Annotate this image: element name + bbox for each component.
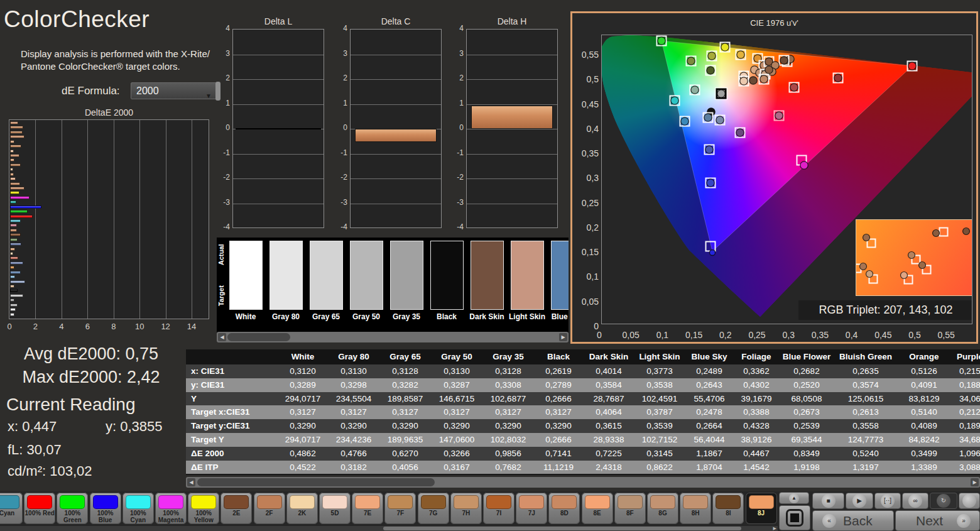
axis-tick-label: 1 — [451, 99, 464, 107]
patch-tab-2e[interactable]: 2E — [220, 493, 252, 524]
table-cell: Black — [534, 349, 583, 364]
patch-tab-label: 7I — [484, 510, 514, 517]
table-cell: 294,0717 — [278, 433, 328, 447]
swatch-scrollbar-thumb[interactable] — [227, 333, 290, 341]
tab-scrollbar-thumb[interactable] — [383, 527, 741, 530]
cie-zoom-inset — [856, 219, 972, 296]
axis-tick-label: -3 — [451, 198, 464, 207]
cie-plot: RGB Triplet: 207, 143, 102 — [601, 35, 972, 324]
patch-tab-7i[interactable]: 7I — [483, 493, 514, 524]
axis-tick-label: 4 — [335, 24, 347, 33]
patch-tab-100-blue[interactable]: 100% Blue — [90, 493, 121, 524]
patch-tab-5d[interactable]: 5D — [319, 493, 351, 524]
axis-tick-label: 0,55 — [932, 330, 960, 340]
axis-tick-label: -3 — [217, 198, 230, 207]
patch-tab-cyan[interactable]: Cyan — [0, 493, 23, 524]
record-button[interactable] — [959, 493, 980, 509]
table-cell: 1,1867 — [685, 447, 734, 461]
de-formula-dropdown[interactable]: 2000 ▼ — [131, 82, 217, 99]
table-cell: 0,3290 — [328, 419, 379, 433]
scroll-up-button[interactable]: ▲ — [779, 492, 809, 504]
patch-tab-8g[interactable]: 8G — [647, 493, 678, 524]
table-cell: Blue Sky — [685, 349, 734, 364]
patch-tab-100-magenta[interactable]: 100% Magenta — [155, 493, 187, 524]
back-button[interactable]: « Back — [812, 510, 894, 531]
de-formula-label: dE Formula: — [62, 85, 120, 97]
patch-tab-100-cyan[interactable]: 100% Cyan — [122, 493, 154, 524]
loop-measure-button[interactable]: ↻ — [930, 493, 957, 509]
patch-tab-7j[interactable]: 7J — [516, 493, 547, 524]
measured-point-marker — [708, 52, 716, 60]
play-button[interactable]: ▶ — [846, 493, 873, 509]
table-cell: 0,3290 — [534, 419, 583, 433]
patch-swatch — [511, 241, 544, 310]
deltae-bar — [10, 187, 24, 190]
mini-chart-plot — [466, 29, 558, 228]
scroll-left-icon[interactable]: ◀ — [187, 478, 195, 486]
patch-color-swatch — [60, 495, 85, 509]
next-button[interactable]: Next » — [895, 510, 980, 531]
patch-tab-100-green[interactable]: 100% Green — [57, 493, 88, 524]
patch-tab-8h[interactable]: 8H — [680, 493, 711, 524]
axis-tick-label: 0,15 — [680, 330, 708, 340]
table-row: Target x:CIE310,31270,31270,31270,31270,… — [186, 405, 980, 419]
deltae-bar — [10, 150, 14, 153]
table-cell: 0,5140 — [897, 405, 951, 419]
swatch-strip-scrollbar[interactable]: ◀ ▶ — [217, 332, 569, 342]
table-cell: 69,3544 — [779, 433, 834, 447]
axis-tick-label: 2 — [335, 74, 347, 82]
patch-tab-2k[interactable]: 2K — [286, 493, 318, 524]
de-formula-row: dE Formula: 2000 ▼ — [62, 85, 120, 97]
patch-tab-7g[interactable]: 7G — [418, 493, 449, 524]
patch-tab-2f[interactable]: 2F — [254, 493, 285, 524]
frame-advance-button[interactable]: [··] — [874, 493, 901, 509]
table-cell: 0,2643 — [685, 378, 734, 392]
patch-tab-100-yellow[interactable]: 100% Yellow — [188, 493, 219, 524]
table-cell: 0,9856 — [482, 447, 534, 461]
row-label-cell: x: CIE31 — [186, 364, 278, 378]
deltae-bar — [10, 224, 17, 227]
mini-chart-title: Delta H — [466, 16, 558, 26]
de-formula-value: 2000 — [136, 85, 159, 96]
table-cell: 0,3787 — [634, 405, 685, 419]
stop-button[interactable]: ■ — [812, 493, 844, 509]
deltae-bar — [10, 275, 15, 278]
axis-tick-label: 0,25 — [743, 330, 771, 340]
table-scrollbar[interactable]: ◀ ▶ — [186, 477, 980, 488]
measured-point-marker — [717, 90, 725, 97]
patch-color-swatch — [618, 495, 643, 509]
patch-color-swatch — [585, 495, 610, 509]
next-label: Next — [916, 513, 943, 528]
pattern-window-button[interactable] — [779, 505, 810, 530]
frame-advance-icon: [··] — [881, 494, 895, 508]
table-cell: 0,6270 — [379, 447, 431, 461]
table-cell: 0,3574 — [834, 378, 897, 392]
patch-tab-label: 7G — [418, 510, 449, 517]
table-cell: 0,3584 — [583, 378, 634, 392]
scroll-right-icon[interactable]: ▶ — [773, 526, 776, 531]
tab-bar-scrollbar[interactable]: ▶ — [0, 526, 778, 531]
patch-tab-8f[interactable]: 8F — [614, 493, 646, 524]
axis-tick-label: 0,55 — [575, 50, 599, 60]
patch-color-swatch — [519, 495, 544, 509]
table-cell: 102,6877 — [482, 392, 534, 406]
table-scrollbar-thumb[interactable] — [197, 478, 435, 486]
deltae-bar — [10, 158, 14, 161]
table-cell: 0,8622 — [634, 461, 685, 474]
patch-tab-8e[interactable]: 8E — [582, 493, 613, 524]
cie-title: CIE 1976 u'v' — [572, 18, 976, 28]
patch-tab-7e[interactable]: 7E — [352, 493, 383, 524]
deltae-bar — [10, 248, 15, 251]
patch-tab-8j[interactable]: 8J — [746, 493, 777, 524]
patch-tab-7h[interactable]: 7H — [450, 493, 482, 524]
scroll-left-icon[interactable]: ◀ — [218, 333, 226, 341]
continuous-measure-button[interactable]: ∞ — [902, 493, 928, 509]
target-row-label: Target — [217, 296, 225, 306]
patch-tab-100-red[interactable]: 100% Red — [24, 493, 55, 524]
scroll-right-icon[interactable]: ▶ — [971, 478, 979, 486]
scroll-right-icon[interactable]: ▶ — [559, 333, 567, 341]
patch-tab-8i[interactable]: 8I — [712, 493, 744, 524]
next-chevrons-icon: » — [957, 514, 971, 528]
patch-tab-7f[interactable]: 7F — [384, 493, 416, 524]
patch-tab-8d[interactable]: 8D — [548, 493, 580, 524]
